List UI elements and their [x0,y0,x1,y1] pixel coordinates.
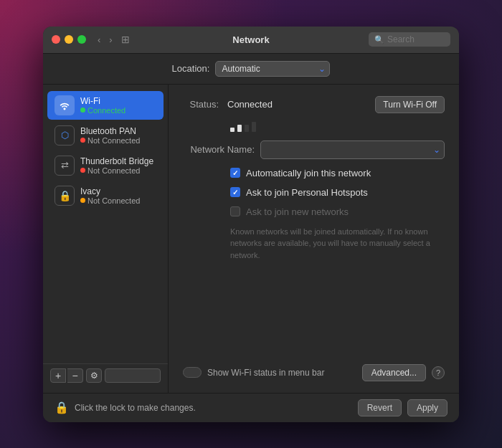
network-name-row: Network Name: [183,140,445,159]
auto-join-label: Automatically join this network [246,168,371,178]
bluetooth-text: Bluetooth PAN Not Connected [80,126,156,145]
location-wrapper: Automatic [215,61,330,77]
bottom-controls: Show Wi-Fi status in menu bar Advanced..… [183,364,445,381]
thunderbolt-status-text: Not Connected [87,166,140,175]
wifi-icon [55,95,75,115]
lock-label: Click the lock to make changes. [75,403,352,413]
show-menubar-toggle[interactable] [183,367,202,378]
bluetooth-status-dot [80,138,85,143]
vpn-icon: 🔒 [55,186,75,206]
grid-icon[interactable]: ⊞ [121,34,130,45]
search-icon: 🔍 [374,35,384,44]
search-input[interactable] [387,34,445,44]
ask-new-checkbox[interactable] [230,206,240,216]
sidebar-item-thunderbolt[interactable]: ⇄ Thunderbolt Bridge Not Connected [47,151,164,180]
ask-new-label: Ask to join new networks [246,206,349,217]
signal-bar-1 [230,128,235,132]
apply-button[interactable]: Apply [407,399,447,416]
ivacy-status: Not Connected [80,196,156,205]
sidebar-item-wifi[interactable]: Wi-Fi Connected [47,91,164,120]
network-name-label: Network Name: [183,144,255,155]
auto-join-row: Automatically join this network [183,168,445,178]
network-select-wrapper [260,140,445,159]
description-text: Known networks will be joined automatica… [183,226,445,262]
traffic-lights [52,35,86,44]
signal-bars [230,122,445,132]
ask-hotspot-label: Ask to join Personal Hotspots [246,187,368,198]
ask-new-row: Ask to join new networks [183,206,445,217]
signal-bar-3 [245,125,249,132]
ivacy-text: Ivacy Not Connected [80,186,156,205]
titlebar: ‹ › ⊞ Network 🔍 [43,27,459,54]
sidebar: Wi-Fi Connected ⬡ Bluetooth PAN Not Con [43,85,169,393]
revert-button[interactable]: Revert [358,399,402,416]
bluetooth-icon: ⬡ [55,125,75,146]
remove-network-button[interactable]: − [67,368,83,383]
signal-bar-2 [237,125,242,132]
main-content: Wi-Fi Connected ⬡ Bluetooth PAN Not Con [43,85,459,393]
network-settings-gear[interactable]: ⚙ [86,368,102,383]
ivacy-name: Ivacy [80,186,156,196]
maximize-button[interactable] [77,35,86,44]
forward-arrow[interactable]: › [106,33,115,47]
sidebar-item-bluetooth[interactable]: ⬡ Bluetooth PAN Not Connected [47,121,164,150]
thunderbolt-name: Thunderbolt Bridge [80,156,156,166]
bluetooth-status: Not Connected [80,136,156,145]
bluetooth-status-text: Not Connected [87,136,140,145]
wifi-text: Wi-Fi Connected [80,96,156,115]
bluetooth-name: Bluetooth PAN [80,126,156,136]
thunderbolt-status-dot [80,168,85,173]
status-row: Status: Connected Turn Wi-Fi Off [183,96,445,113]
ivacy-status-text: Not Connected [87,196,140,205]
advanced-button[interactable]: Advanced... [362,364,426,381]
right-panel: Status: Connected Turn Wi-Fi Off Network… [169,85,459,393]
location-bar: Location: Automatic [43,54,459,85]
sidebar-controls: + − ⚙ [43,363,168,387]
add-network-button[interactable]: + [50,368,66,383]
wifi-status: Connected [80,106,156,115]
help-button[interactable]: ? [432,366,445,379]
network-preferences-window: ‹ › ⊞ Network 🔍 Location: Automatic [43,27,459,422]
sidebar-input [105,368,161,383]
thunderbolt-status: Not Connected [80,166,156,175]
bottom-bar: 🔒 Click the lock to make changes. Revert… [43,393,459,422]
status-label: Status: [183,99,219,110]
lock-icon[interactable]: 🔒 [55,401,69,414]
signal-bar-4 [252,122,256,132]
minimize-button[interactable] [65,35,73,44]
show-menubar-label: Show Wi-Fi status in menu bar [207,368,324,378]
location-label: Location: [172,63,210,74]
ask-hotspot-checkbox[interactable] [230,187,240,197]
thunderbolt-icon: ⇄ [55,156,75,176]
sidebar-item-ivacy[interactable]: 🔒 Ivacy Not Connected [47,181,164,210]
close-button[interactable] [52,35,60,44]
auto-join-checkbox[interactable] [230,168,240,178]
ask-hotspot-row: Ask to join Personal Hotspots [183,187,445,198]
window-title: Network [232,34,269,45]
network-name-select[interactable] [260,140,445,159]
nav-arrows: ‹ › [95,33,115,47]
wifi-name: Wi-Fi [80,96,156,106]
ivacy-status-dot [80,198,85,203]
thunderbolt-text: Thunderbolt Bridge Not Connected [80,156,156,175]
search-box[interactable]: 🔍 [369,32,450,47]
wifi-status-dot [80,108,85,113]
back-arrow[interactable]: ‹ [95,33,103,47]
turn-wifi-off-button[interactable]: Turn Wi-Fi Off [375,96,445,113]
location-select[interactable]: Automatic [215,61,330,77]
status-value: Connected [227,99,273,110]
wifi-status-text: Connected [87,106,126,115]
